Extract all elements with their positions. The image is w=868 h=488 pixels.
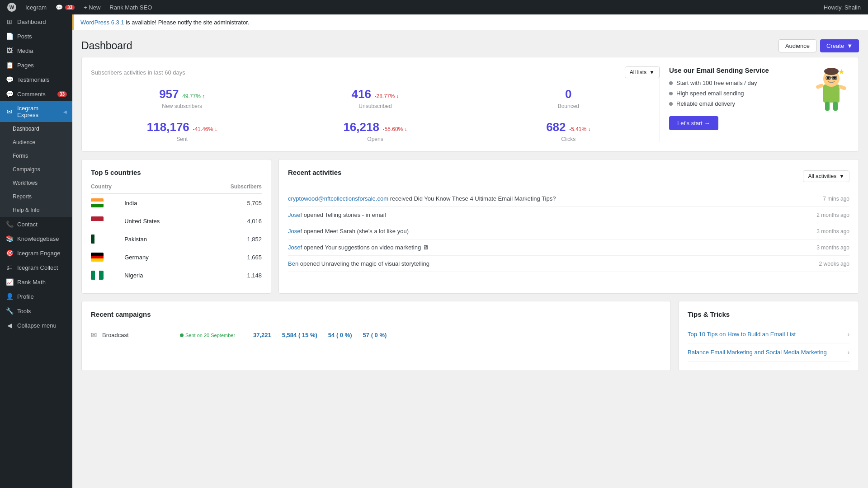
tips-item-2[interactable]: Balance Email Marketing and Social Media… bbox=[688, 343, 849, 361]
activity-row-5: Ben opened Unraveling the magic of visua… bbox=[288, 256, 849, 272]
campaign-row-1: ✉ Broadcast Sent on 20 September 37,221 … bbox=[91, 325, 661, 345]
svg-rect-10 bbox=[825, 102, 830, 111]
sidebar-submenu: Dashboard Audience Forms Campaigns Workf… bbox=[0, 122, 72, 217]
wp-version-link[interactable]: WordPress 6.3.1 bbox=[80, 19, 124, 26]
countries-table: Country Subscribers India 5,705 bbox=[91, 183, 262, 284]
sidebar-item-profile[interactable]: 👤 Profile bbox=[0, 289, 72, 304]
svg-point-4 bbox=[833, 76, 836, 79]
sidebar-sub-audience[interactable]: Audience bbox=[0, 136, 72, 149]
comments-button[interactable]: 💬 33 bbox=[52, 0, 78, 14]
campaign-stat-bounces: 57 ( 0 %) bbox=[363, 332, 387, 338]
profile-icon: 👤 bbox=[5, 293, 14, 300]
country-count-india: 5,705 bbox=[197, 194, 262, 212]
sidebar-sub-forms[interactable]: Forms bbox=[0, 149, 72, 163]
stat-sent: 118,176 -41.46% ↓ Sent bbox=[91, 120, 273, 142]
stat-sent-label: Sent bbox=[91, 136, 273, 142]
greeting-label: Howdy, Shalin bbox=[824, 4, 861, 11]
activity-time-5: 2 weeks ago bbox=[819, 261, 849, 267]
activity-link-5[interactable]: Ben bbox=[288, 260, 298, 267]
activity-link-3[interactable]: Josef bbox=[288, 228, 302, 235]
flag-cell-nigeria bbox=[91, 266, 124, 284]
comments-sidebar-icon: 💬 bbox=[5, 90, 14, 98]
recent-activities-header: Recent activities All activities ▼ bbox=[288, 169, 849, 183]
sidebar-sub-workflows[interactable]: Workflows bbox=[0, 176, 72, 190]
tools-icon: 🔧 bbox=[5, 307, 14, 314]
sidebar-sub-reports[interactable]: Reports bbox=[0, 190, 72, 203]
sidebar-posts-label: Posts bbox=[17, 33, 67, 40]
flag-cell-usa bbox=[91, 212, 124, 230]
flag-cell-germany bbox=[91, 248, 124, 266]
svg-rect-9 bbox=[838, 84, 847, 90]
activity-link-2[interactable]: Josef bbox=[288, 211, 302, 218]
all-activities-filter[interactable]: All activities ▼ bbox=[803, 170, 849, 182]
wp-logo-button[interactable]: W bbox=[4, 0, 20, 14]
sidebar-item-icegram-engage[interactable]: 🎯 Icegram Engage bbox=[0, 246, 72, 260]
icegram-engage-icon: 🎯 bbox=[5, 249, 14, 257]
sidebar-item-posts[interactable]: 📄 Posts bbox=[0, 29, 72, 43]
campaign-stat-bounces-num: 57 ( 0 %) bbox=[363, 332, 387, 338]
sidebar-item-collapse[interactable]: ◀ Collapse menu bbox=[0, 318, 72, 333]
activity-link-1[interactable]: cryptowood@nftcollectionsforsale.com bbox=[288, 195, 388, 202]
country-count-usa: 4,016 bbox=[197, 212, 262, 230]
activity-text-2: Josef opened Telling stories - in email bbox=[288, 211, 811, 218]
sidebar-sub-help[interactable]: Help & Info bbox=[0, 203, 72, 217]
sidebar-sub-campaigns[interactable]: Campaigns bbox=[0, 163, 72, 176]
recent-activities-title: Recent activities bbox=[288, 169, 341, 176]
tips-chevron-1: › bbox=[848, 331, 849, 338]
create-button[interactable]: Create ▼ bbox=[820, 39, 859, 52]
svg-rect-8 bbox=[816, 83, 824, 89]
stat-unsubscribed-number: 416 -28.77% ↓ bbox=[284, 87, 466, 101]
create-dropdown-icon: ▼ bbox=[847, 42, 853, 49]
sidebar-tools-label: Tools bbox=[17, 308, 67, 314]
activity-text-4: Josef opened Your suggestions on video m… bbox=[288, 244, 811, 251]
sidebar-sub-dashboard[interactable]: Dashboard bbox=[0, 122, 72, 136]
icegram-express-arrow: ◀ bbox=[63, 109, 67, 114]
sidebar-item-comments[interactable]: 💬 Comments 33 bbox=[0, 87, 72, 101]
table-row: Pakistan 1,852 bbox=[91, 230, 262, 248]
activity-text-3: Josef opened Meet Sarah (she's a lot lik… bbox=[288, 228, 811, 235]
activity-text-5: Ben opened Unraveling the magic of visua… bbox=[288, 260, 814, 267]
tips-title: Tips & Tricks bbox=[688, 310, 849, 318]
admin-bar-right: Howdy, Shalin bbox=[820, 0, 864, 14]
sidebar-item-knowledgebase[interactable]: 📚 Knowledgebase bbox=[0, 231, 72, 246]
email-service-content: Use our Email Sending Service Start with… bbox=[669, 66, 808, 130]
activity-list: cryptowood@nftcollectionsforsale.com rec… bbox=[288, 191, 849, 272]
sidebar-item-testimonials[interactable]: 💬 Testimonials bbox=[0, 72, 72, 87]
stat-clicks-number: 682 -5.41% ↓ bbox=[477, 120, 660, 134]
stat-new-subscribers: 957 49.77% ↑ New subscribers bbox=[91, 87, 273, 109]
tips-item-2-text: Balance Email Marketing and Social Media… bbox=[688, 349, 827, 356]
tips-item-1[interactable]: Top 10 Tips on How to Build an Email Lis… bbox=[688, 325, 849, 343]
country-count-nigeria: 1,148 bbox=[197, 266, 262, 284]
howdy-greeting[interactable]: Howdy, Shalin bbox=[820, 0, 864, 14]
dashboard-header: Dashboard Audience Create ▼ bbox=[72, 30, 868, 57]
sidebar-item-tools[interactable]: 🔧 Tools bbox=[0, 304, 72, 318]
email-service-list: Start with 100 free emails / day High sp… bbox=[669, 80, 808, 107]
new-button[interactable]: + New bbox=[80, 0, 104, 14]
lets-start-button[interactable]: Let's start → bbox=[669, 116, 718, 130]
site-name-label: Icegram bbox=[25, 4, 47, 11]
sidebar-item-pages[interactable]: 📋 Pages bbox=[0, 58, 72, 72]
stat-new-subscribers-label: New subscribers bbox=[91, 103, 273, 109]
site-name-button[interactable]: Icegram bbox=[22, 0, 50, 14]
sidebar-item-dashboard[interactable]: ⊞ Dashboard bbox=[0, 14, 72, 29]
sidebar-item-icegram-express[interactable]: ✉ Icegram Express ◀ bbox=[0, 101, 72, 122]
country-name-nigeria: Nigeria bbox=[124, 266, 197, 284]
comments-count: 33 bbox=[65, 5, 75, 10]
sidebar-media-label: Media bbox=[17, 47, 67, 54]
activity-time-1: 7 mins ago bbox=[823, 196, 849, 202]
admin-bar: W Icegram 💬 33 + New Rank Math SEO Howdy… bbox=[0, 0, 868, 14]
activity-row-3: Josef opened Meet Sarah (she's a lot lik… bbox=[288, 223, 849, 239]
create-label: Create bbox=[826, 42, 844, 49]
all-lists-filter[interactable]: All lists ▼ bbox=[625, 66, 660, 78]
rank-math-seo-button[interactable]: Rank Math SEO bbox=[106, 0, 156, 14]
sidebar-item-media[interactable]: 🖼 Media bbox=[0, 43, 72, 58]
country-name-usa: United States bbox=[124, 212, 197, 230]
sub-dashboard-label: Dashboard bbox=[13, 126, 67, 132]
sidebar-item-rank-math[interactable]: 📈 Rank Math bbox=[0, 275, 72, 289]
audience-button[interactable]: Audience bbox=[778, 39, 816, 52]
sidebar-item-icegram-collect[interactable]: 🏷 Icegram Collect bbox=[0, 260, 72, 275]
all-lists-label: All lists bbox=[630, 69, 646, 75]
recent-campaigns-card: Recent campaigns ✉ Broadcast Sent on 20 … bbox=[81, 301, 671, 371]
sidebar-item-contact[interactable]: 📞 Contact bbox=[0, 217, 72, 231]
activity-link-4[interactable]: Josef bbox=[288, 244, 302, 251]
